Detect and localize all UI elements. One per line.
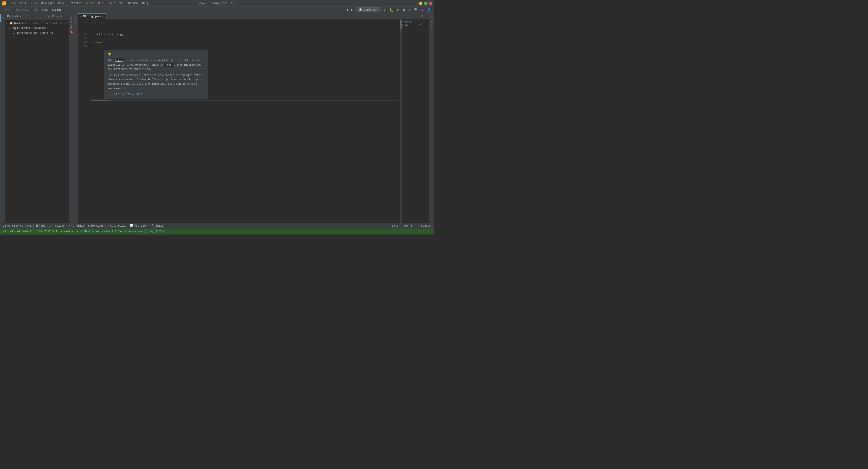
editor-wrapper-top: 1 25 26 27 28 63 ▷ /.../ bbox=[78, 20, 429, 234]
maximize-button[interactable]: □ bbox=[424, 2, 427, 5]
status-version-control[interactable]: ⎇ Version Control bbox=[1, 223, 33, 229]
tab-string-java-top[interactable]: ☕ String.java × bbox=[78, 13, 106, 19]
breadcrumb-jrt[interactable]: [JRT] bbox=[2, 8, 10, 11]
folder-icon-java: 📁 bbox=[9, 22, 13, 25]
breadcrumb-lang[interactable]: lang bbox=[42, 8, 48, 11]
menu-vcs[interactable]: VCS bbox=[118, 1, 126, 5]
database-panel[interactable]: Database bbox=[429, 13, 434, 30]
tree-label-scratches: Scratches and Consoles bbox=[17, 32, 53, 35]
folder-icon-external-libs: 📚 bbox=[13, 27, 17, 30]
status-right: 64:1 UTF-8 4 spaces bbox=[390, 224, 433, 228]
settings-gear-icon[interactable]: ⚙ bbox=[60, 14, 63, 19]
coverage-button[interactable]: ▶ bbox=[397, 7, 400, 12]
more-icon-top[interactable]: ⋮ bbox=[425, 14, 427, 18]
minimize-button[interactable]: − bbox=[419, 2, 422, 5]
menu-refactor[interactable]: Refactor bbox=[67, 1, 84, 5]
reader-mode-button-top[interactable]: Reader Mode ✓ bbox=[402, 21, 422, 27]
split-icon-top[interactable]: ⊡ bbox=[422, 14, 423, 18]
code-line-28-top: ▷ import ... bbox=[91, 41, 398, 45]
scratch-icon: ✏ bbox=[13, 32, 17, 35]
status-terminal[interactable]: ▶ Terminal bbox=[67, 223, 86, 229]
menu-code[interactable]: Code bbox=[57, 1, 67, 5]
forward-button[interactable]: ▶ bbox=[350, 7, 354, 12]
menu-file[interactable]: File bbox=[8, 1, 18, 5]
close-button[interactable]: × bbox=[429, 2, 432, 5]
close-sidebar-icon[interactable]: − bbox=[64, 14, 67, 19]
services-icon: ◉ bbox=[88, 224, 90, 228]
right-panels: Database Notifications bbox=[429, 13, 434, 234]
status-profiler[interactable]: 📊 Profiler bbox=[128, 223, 149, 229]
tree-item-external-libs[interactable]: ▶ 📚 External Libraries bbox=[5, 26, 69, 31]
tree-item-scratches[interactable]: ▶ ✏ Scratches and Consoles bbox=[5, 31, 69, 36]
statusbar: ⎇ Version Control ☰ TODO ⚠ Problems ▶ Te… bbox=[0, 223, 434, 229]
status-todo[interactable]: ☰ TODO bbox=[34, 223, 47, 229]
expand-icon[interactable]: ⇅ bbox=[56, 14, 59, 19]
menu-window[interactable]: Window bbox=[126, 1, 140, 5]
build-icon: 🔨 bbox=[151, 224, 155, 228]
problems-icon: ⚠ bbox=[49, 224, 51, 228]
tab-label-top: String.java bbox=[83, 15, 101, 18]
breadcrumb-string[interactable]: String bbox=[52, 8, 61, 11]
config-button[interactable]: ⚙ bbox=[402, 7, 406, 12]
h-scrollbar-top[interactable] bbox=[91, 100, 398, 101]
activity-project[interactable]: P bbox=[0, 14, 5, 22]
settings-icon[interactable]: ⚙ bbox=[421, 7, 424, 12]
window-title: java - String.java [17] bbox=[198, 2, 236, 5]
bookmarks-label[interactable]: Bookmarks bbox=[70, 16, 73, 29]
menu-build[interactable]: Build bbox=[84, 1, 96, 5]
locate-icon[interactable]: ◎ bbox=[48, 14, 50, 19]
status-indent[interactable]: 4 spaces bbox=[416, 224, 433, 228]
dont-ask-link[interactable]: Don't ask again (today 6:24) bbox=[119, 230, 164, 233]
menu-help[interactable]: Help bbox=[140, 1, 151, 5]
breadcrumb-javabase[interactable]: java.base bbox=[14, 8, 28, 11]
user-icon[interactable]: 👤 bbox=[426, 7, 432, 12]
collapse-icon[interactable]: ≡ bbox=[52, 14, 54, 19]
editor-area: ☕ String.java × ⊡ ⋮ 1 25 26 27 bbox=[78, 13, 429, 234]
back-button[interactable]: ◀ bbox=[345, 7, 349, 12]
tab-bar-top: ☕ String.java × ⊡ ⋮ bbox=[78, 13, 429, 20]
menu-edit[interactable]: Edit bbox=[18, 1, 28, 5]
fold-icon-1-top[interactable]: ▷ bbox=[91, 20, 93, 24]
bookmark-icon[interactable]: 🔖 bbox=[69, 30, 73, 34]
menu-navigate[interactable]: Navigate bbox=[39, 1, 56, 5]
code-line-63-top bbox=[91, 45, 398, 49]
app-logo bbox=[2, 1, 6, 5]
status-services[interactable]: ◉ Services bbox=[86, 223, 105, 229]
notification-sep: // bbox=[114, 230, 118, 233]
search-icon[interactable]: 🔍 bbox=[413, 7, 419, 12]
code-line-26-top: package java.lang ; bbox=[91, 33, 398, 37]
code-editor-top[interactable]: 1 25 26 27 28 63 ▷ /.../ bbox=[78, 20, 402, 234]
notification-bar: ℹ Localized IntelliJ IDEA 2022.3.1 is av… bbox=[0, 229, 434, 234]
tree-path-java: D:\projects\java\ittimeline\java bbox=[22, 22, 69, 25]
sidebar-dropdown-icon[interactable]: ▾ bbox=[20, 15, 21, 18]
switch-restart-link[interactable]: Switch and restart bbox=[84, 230, 114, 233]
status-encoding[interactable]: UTF-8 bbox=[402, 224, 414, 228]
bookmarks-bar: Bookmarks 🔖 bbox=[69, 13, 73, 234]
code-content-top[interactable]: ▷ /.../ package java.lang ; bbox=[89, 20, 400, 234]
debug-button[interactable]: 🐛 bbox=[389, 7, 395, 13]
status-position[interactable]: 64:1 bbox=[390, 224, 400, 228]
breadcrumb-java[interactable]: java bbox=[32, 8, 38, 11]
structure-bar: Structure bbox=[73, 13, 78, 234]
status-auto-build[interactable]: △ Auto-build bbox=[105, 223, 128, 229]
auto-build-icon: △ bbox=[107, 224, 109, 228]
fold-icon-28-top[interactable]: ▷ bbox=[91, 41, 93, 45]
run-button[interactable]: ▶ bbox=[383, 7, 387, 13]
menu-tools[interactable]: Tools bbox=[105, 1, 117, 5]
tree-arrow-external-libs: ▶ bbox=[9, 27, 13, 30]
stop-button[interactable]: ■ bbox=[408, 8, 411, 12]
v-scrollbar-top[interactable] bbox=[400, 20, 402, 234]
menu-view[interactable]: View bbox=[29, 1, 39, 5]
activity-bar: P bbox=[0, 13, 5, 234]
tree-item-java[interactable]: ▾ 📁 java D:\projects\java\ittimeline\jav… bbox=[5, 21, 69, 26]
line-numbers-top: 1 25 26 27 28 63 bbox=[78, 20, 89, 234]
tab-close-top[interactable]: × bbox=[102, 15, 104, 18]
structure-label[interactable]: Structure bbox=[74, 15, 77, 28]
bulb-icon-top: 💡 bbox=[107, 52, 205, 57]
menu-run[interactable]: Run bbox=[96, 1, 105, 5]
notification-icon: ℹ bbox=[3, 230, 4, 233]
status-problems[interactable]: ⚠ Problems bbox=[48, 223, 67, 229]
code-line-1-top: ▷ /.../ bbox=[91, 20, 398, 24]
status-build[interactable]: 🔨 Build bbox=[149, 223, 165, 229]
comments-button[interactable]: 💬 Comments ▾ bbox=[356, 7, 381, 12]
